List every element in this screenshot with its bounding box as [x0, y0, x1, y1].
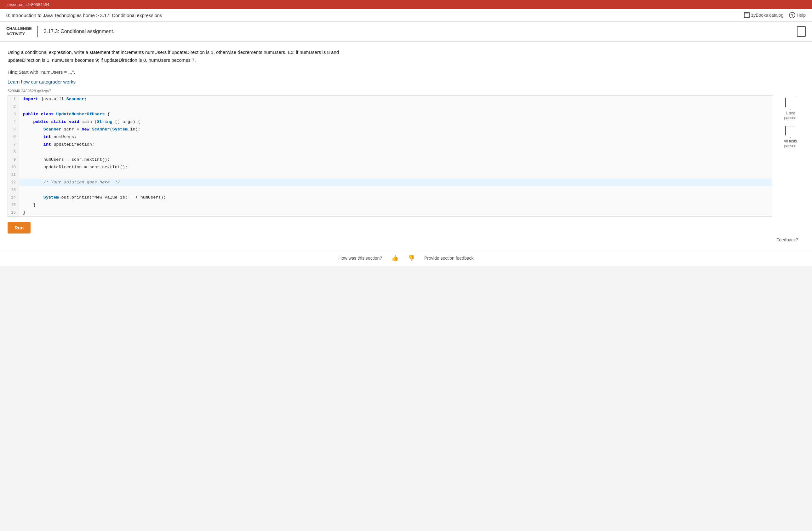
test-badge-label: 1 test passed	[784, 111, 797, 121]
help-button[interactable]: ? Help	[789, 12, 806, 18]
code-line[interactable]: 10 updateDirection = scnr.nextInt();	[8, 163, 772, 171]
nav-bar: 0: Introduction to Java Technologies hom…	[0, 9, 812, 22]
line-content: int numUsers;	[19, 133, 76, 141]
line-number: 12	[8, 179, 19, 186]
nav-right: zyBooks catalog ? Help	[744, 12, 806, 18]
line-content: import java.util.Scanner;	[19, 96, 87, 103]
line-content: int updateDirection;	[19, 141, 95, 148]
test-badge-shield-icon	[785, 126, 795, 138]
code-line[interactable]: 12 /* Your solution goes here */	[8, 179, 772, 186]
description: Using a conditional expression, write a …	[8, 48, 354, 64]
challenge-header: CHALLENGE ACTIVITY 3.17.3: Conditional a…	[0, 22, 812, 42]
content-area: Using a conditional expression, write a …	[0, 42, 812, 250]
line-number: 3	[8, 111, 19, 118]
line-number: 9	[8, 156, 19, 163]
help-label: Help	[797, 13, 806, 18]
main-container: CHALLENGE ACTIVITY 3.17.3: Conditional a…	[0, 22, 812, 250]
line-content	[19, 186, 23, 194]
line-number: 7	[8, 141, 19, 148]
challenge-label: CHALLENGE ACTIVITY	[6, 26, 38, 37]
code-editor[interactable]: 1import java.util.Scanner;23public class…	[8, 95, 772, 217]
line-number: 8	[8, 148, 19, 156]
code-line[interactable]: 11	[8, 171, 772, 179]
line-content	[19, 103, 23, 111]
autograder-link[interactable]: Learn how our autograder works	[8, 79, 76, 84]
line-content: public static void main (String [] args)…	[19, 118, 141, 126]
thumbdown-button[interactable]: 👎	[408, 255, 415, 261]
bottom-bar: How was this section? 👍 👎 Provide sectio…	[0, 250, 812, 266]
run-button[interactable]: Run	[8, 222, 31, 233]
thumbup-button[interactable]: 👍	[392, 255, 398, 261]
line-number: 10	[8, 163, 19, 171]
top-bar: _resource_id=80384454	[0, 0, 812, 9]
line-content: numUsers = scnr.nextInt();	[19, 156, 110, 163]
line-content: }	[19, 209, 26, 216]
url-display: _resource_id=80384454	[5, 2, 49, 7]
code-line[interactable]: 4 public static void main (String [] arg…	[8, 118, 772, 126]
line-number: 13	[8, 186, 19, 194]
line-number: 11	[8, 171, 19, 179]
line-number: 2	[8, 103, 19, 111]
bookmark-icon	[797, 26, 806, 37]
catalog-button[interactable]: zyBooks catalog	[744, 12, 783, 18]
catalog-icon	[744, 12, 750, 18]
code-line[interactable]: 6 int numUsers;	[8, 133, 772, 141]
line-content: updateDirection = scnr.nextInt();	[19, 163, 128, 171]
code-line[interactable]: 8	[8, 148, 772, 156]
line-content: /* Your solution goes here */	[19, 179, 120, 186]
code-id: 528040.3489528.qx3zqy7	[8, 89, 804, 93]
code-line[interactable]: 3public class UpdateNumberOfUsers {	[8, 111, 772, 118]
line-number: 1	[8, 96, 19, 103]
code-line[interactable]: 2	[8, 103, 772, 111]
line-number: 15	[8, 201, 19, 209]
test-badge-shield-icon	[785, 98, 795, 110]
line-number: 6	[8, 133, 19, 141]
line-content: Scanner scnr = new Scanner(System.in);	[19, 126, 141, 133]
line-content: }	[19, 201, 36, 209]
line-content: public class UpdateNumberOfUsers {	[19, 111, 110, 118]
line-number: 4	[8, 118, 19, 126]
code-line[interactable]: 5 Scanner scnr = new Scanner(System.in);	[8, 126, 772, 133]
feedback-link[interactable]: Feedback?	[8, 237, 804, 245]
test-badge-label: All tests passed	[784, 139, 797, 149]
thumbup-icon: 👍	[392, 255, 398, 261]
test-panel: 1 test passedAll tests passed	[776, 95, 804, 217]
line-content	[19, 148, 23, 156]
code-line[interactable]: 9 numUsers = scnr.nextInt();	[8, 156, 772, 163]
breadcrumb: 0: Introduction to Java Technologies hom…	[6, 13, 162, 18]
thumbdown-icon: 👎	[408, 255, 415, 261]
code-line[interactable]: 7 int updateDirection;	[8, 141, 772, 148]
code-line[interactable]: 14 System.out.println("New value is: " +…	[8, 194, 772, 201]
code-editor-wrapper: 1import java.util.Scanner;23public class…	[8, 95, 804, 217]
line-number: 14	[8, 194, 19, 201]
section-question: How was this section?	[338, 256, 382, 261]
code-line[interactable]: 15 }	[8, 201, 772, 209]
test-badge: 1 test passed	[784, 98, 797, 121]
code-line[interactable]: 16}	[8, 209, 772, 216]
help-icon: ?	[789, 12, 795, 18]
challenge-title: 3.17.3: Conditional assignment.	[44, 26, 806, 37]
test-badge: All tests passed	[784, 126, 797, 149]
line-content: System.out.println("New value is: " + nu…	[19, 194, 166, 201]
svg-rect-0	[797, 27, 806, 37]
provide-feedback[interactable]: Provide section feedback	[424, 256, 474, 261]
line-content	[19, 171, 23, 179]
code-line[interactable]: 13	[8, 186, 772, 194]
line-number: 5	[8, 126, 19, 133]
line-number: 16	[8, 209, 19, 216]
catalog-label: zyBooks catalog	[751, 13, 783, 18]
code-line[interactable]: 1import java.util.Scanner;	[8, 96, 772, 103]
hint: Hint: Start with "numUsers = ...".	[8, 69, 804, 75]
